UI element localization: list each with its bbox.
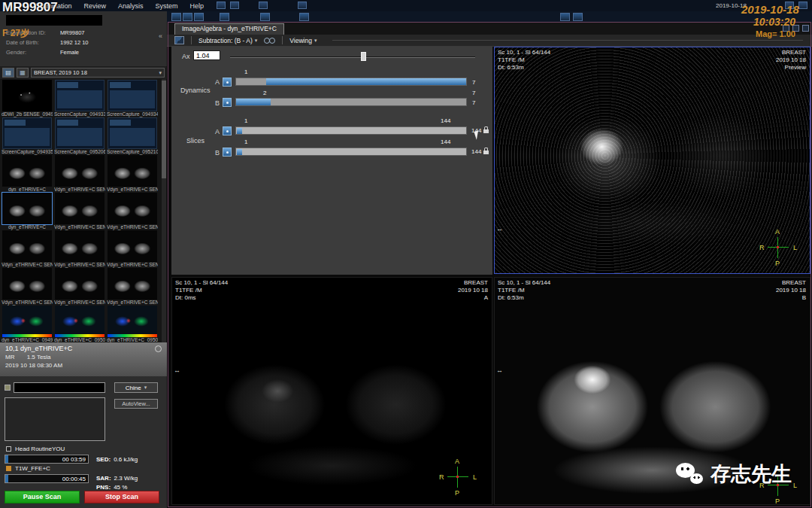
link-icon[interactable] [223,126,232,135]
thumbnail-11[interactable]: Vdyn_eTHRIVE+C SENS [107,193,158,230]
thumbnail-10[interactable]: Vdyn_eTHRIVE+C SENS [54,193,105,230]
application-window: ExaminationReviewAnalysisSystemHelp 2019… [0,0,812,508]
dynamics-a-slider[interactable] [235,78,467,86]
layout-grid-icon[interactable] [194,13,204,21]
window-close-icon[interactable] [798,2,807,9]
save-icon[interactable] [260,13,270,21]
slices-b-lock[interactable]: 144 [471,148,489,155]
exam-name-field[interactable] [14,382,105,393]
sed-metric: SED:0.6 kJ/kg [96,456,138,463]
list-view-icon[interactable]: ▤ [2,68,14,78]
ax-slider-track[interactable] [230,56,475,58]
thumbnail-4[interactable]: ScreenCapture_095206 [54,117,105,155]
dynamics-b-slider[interactable] [235,98,467,106]
export-icon[interactable] [299,13,309,21]
thumbnail-0[interactable]: dDWI_2b SENSE_09493 [2,80,53,117]
thumbnail-13[interactable]: Vdyn_eTHRIVE+C SENS [54,230,105,268]
algebra-ab-icon[interactable] [174,36,184,44]
orientation-marker: A R L P [441,461,474,494]
copy-icon[interactable] [573,13,583,21]
viewport-image-a[interactable]: Sc 10, 1 - Sl 64/144 T1TFE /M Dt: 0ms BR… [171,277,492,505]
series-field-strength: 1.5 Tesla [27,354,51,360]
thumbnail-15[interactable]: Vdyn_eTHRIVE+C SENS [2,268,53,306]
slider-thumb[interactable] [237,149,242,155]
thumbnail-label: dyn_eTHRIVE+C_09501 [107,337,158,342]
thumbnail-19[interactable]: dyn_eTHRIVE+C_09500 [54,306,105,342]
thumbnail-20[interactable]: dyn_eTHRIVE+C_09501 [107,306,158,342]
pause-scan-button[interactable]: Pause Scan [5,491,80,503]
thumbnail-image [55,306,105,337]
viewing-dropdown[interactable]: Viewing ▾ [289,37,317,44]
viewport-preview[interactable]: Sc 10, 1 - Sl 64/144 T1TFE /M Dt: 6:53m … [494,47,810,274]
toolbar-icon[interactable] [217,2,226,9]
layout-grid-icon[interactable] [183,13,192,21]
link-icon[interactable] [223,78,232,87]
thumbnail-12[interactable]: Vdyn_eTHRIVE+C SENS [2,230,53,268]
toolbar-icon[interactable] [230,2,239,9]
thumbnail-image [2,155,52,187]
film-icon[interactable] [220,13,229,21]
thumbnail-17[interactable]: Vdyn_eTHRIVE+C SENS [107,268,158,306]
orientation-r: R [439,473,444,481]
link-icon[interactable] [223,148,232,157]
field-value: 1992 12 10 [60,39,89,46]
collapse-icon[interactable]: « [159,32,162,40]
grid-view-icon[interactable]: ▦ [17,68,29,78]
metric-value: 45 % [114,484,127,491]
viewport-image-b[interactable]: Sc 10, 1 - Sl 64/144 T1TFE /M Dt: 6:53m … [494,277,810,505]
thumbnail-image [2,117,52,149]
thumbnail-image [108,306,157,337]
thumbnail-14[interactable]: Vdyn_eTHRIVE+C SENS [107,230,158,268]
thumbnail-7[interactable]: Vdyn_eTHRIVE+C SENS [54,155,105,193]
stop-scan-button[interactable]: Stop Scan [84,491,159,503]
subtraction-dropdown[interactable]: Subtraction: (B - A) ▾ [198,37,257,44]
scan-queue-list[interactable] [5,397,105,441]
menu-item-system[interactable]: System [156,2,178,10]
study-select[interactable]: BREAST, 2019 10 18 ▾ [31,68,165,78]
thumbnail-16[interactable]: Vdyn_eTHRIVE+C SENS [54,268,105,306]
slices-b-slider[interactable] [235,148,467,156]
thumbnail-2[interactable]: ScreenCapture_094934 [107,80,158,117]
search-binoculars-icon[interactable] [264,38,275,44]
thumbnail-9[interactable]: dyn_eTHRIVE+C [2,193,53,230]
thumbnail-1[interactable]: ScreenCapture_094933 [54,80,105,117]
slices-a-slider[interactable] [235,126,467,135]
dynamics-a-start: 1 [244,68,247,75]
thumbnail-label: Vdyn_eTHRIVE+C SENS [54,224,105,230]
algebra-control-quadrant: Ax 1.04 Dynamics A 1 7 B 2 7 7 Slices A [171,47,492,275]
ax-slider-thumb[interactable] [361,52,366,61]
menu-item-analysis[interactable]: Analysis [118,2,144,10]
tab-imagealgebra[interactable]: ImageAlgebra - dyn_eTHRIVE+C [174,23,284,35]
toolbar-icon[interactable] [298,2,307,9]
scan-checkbox[interactable] [6,446,11,452]
thumbnail-scrollbar[interactable] [162,79,166,342]
thumbnail-3[interactable]: ScreenCapture_094935 [2,117,53,155]
autoview-button[interactable]: AutoView... [114,399,158,409]
progress-fill [5,455,8,463]
series-info-icon[interactable] [155,345,162,352]
dynamics-b-end-top: 7 [472,90,475,96]
metric-value: 0.6 kJ/kg [114,456,138,463]
body-part: BREAST [776,279,806,287]
ax-label: Ax [182,53,190,60]
toolbar-icon[interactable] [259,2,268,9]
scan-progress-bar: 00 03:59 [5,455,89,464]
menu-item-review[interactable]: Review [84,2,107,10]
menu-item-help[interactable]: Help [190,2,205,10]
window-close-icon[interactable] [802,25,809,32]
thumbnail-6[interactable]: dyn_eTHRIVE+C [2,155,53,193]
thumbnail-18[interactable]: dyn_eTHRIVE+C_09496 [2,306,53,342]
ax-value-input[interactable]: 1.04 [193,50,220,60]
sequence-icon [6,466,11,471]
layout-grid-icon[interactable] [171,13,181,21]
thumbnail-5[interactable]: ScreenCapture_095210 [107,117,158,155]
slider-thumb[interactable] [237,128,242,134]
slices-b-end: 144 [441,138,450,145]
link-icon[interactable] [223,98,232,107]
viewport-area: Ax 1.04 Dynamics A 1 7 B 2 7 7 Slices A [167,47,812,508]
print-icon[interactable] [560,13,570,21]
exam-icon [5,385,11,391]
exam-dropdown[interactable]: Chine ▾ [114,382,158,393]
scrollbar-thumb[interactable] [162,81,166,178]
thumbnail-8[interactable]: Vdyn_eTHRIVE+C SENS [107,155,158,193]
